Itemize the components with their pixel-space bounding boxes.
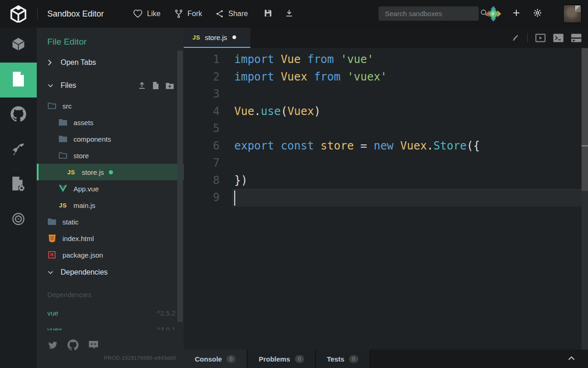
share-icon <box>215 9 224 19</box>
editor-scrollbar-thumb[interactable] <box>582 48 588 191</box>
code-line-5 <box>234 120 579 138</box>
panel-expand-button[interactable] <box>568 355 575 362</box>
tree-item-label: static <box>62 218 79 226</box>
search-input[interactable] <box>379 10 480 17</box>
chevron-down-icon <box>48 270 53 275</box>
tree-folder-store[interactable]: store <box>37 147 184 164</box>
save-button[interactable] <box>264 0 272 28</box>
panel-tab-tests[interactable]: Tests0 <box>316 350 370 368</box>
download-button[interactable] <box>285 0 294 28</box>
user-avatar[interactable] <box>563 5 582 23</box>
code-line-2: import Vuex from 'vuex' <box>234 69 579 86</box>
code-content: import Vue from 'vue'import Vuex from 'v… <box>234 51 579 207</box>
line-numbers: 123456789 <box>184 51 220 207</box>
tree-folder-static[interactable]: static <box>37 213 184 230</box>
tree-folder-assets[interactable]: assets <box>37 114 184 131</box>
rail-item-file-explorer[interactable] <box>0 63 37 98</box>
new-sandbox-button[interactable] <box>512 0 521 28</box>
code-line-8: }) <box>234 172 579 190</box>
folder-open-icon <box>47 103 57 109</box>
panel-tab-label: Console <box>195 355 222 363</box>
dependency-version: ^2.5.2 <box>157 309 175 317</box>
upload-file-icon[interactable] <box>138 82 146 89</box>
text-cursor <box>234 190 235 206</box>
sidebar-title: File Editor <box>47 37 87 47</box>
sandbox-config-icon <box>11 177 25 193</box>
panel-tab-console[interactable]: Console0 <box>184 350 248 368</box>
heart-icon <box>133 9 143 19</box>
editor-scrollbar-track[interactable] <box>582 48 588 350</box>
dependencies-sub-label: Dependencies <box>47 291 91 299</box>
panel-tab-problems[interactable]: Problems0 <box>248 350 316 368</box>
rail-item-live-broadcast[interactable] <box>0 202 37 237</box>
rail-item-github[interactable] <box>0 98 37 132</box>
folder-open-icon <box>58 152 68 159</box>
tree-item-label: package.json <box>62 251 103 259</box>
code-editor[interactable]: 123456789 import Vue from 'vue'import Vu… <box>184 48 588 350</box>
code-line-9 <box>234 189 579 207</box>
codesandbox-logo-icon[interactable] <box>10 5 27 23</box>
floppy-icon <box>264 9 272 19</box>
tree-item-label: App.vue <box>74 185 99 193</box>
dependencies-section[interactable]: Dependencies <box>37 266 184 279</box>
code-line-4: Vue.use(Vuex) <box>234 103 579 121</box>
header-divider <box>37 8 38 19</box>
rail-item-sandbox-config[interactable] <box>0 167 37 202</box>
plus-icon <box>512 8 521 19</box>
discord-icon[interactable] <box>88 340 99 350</box>
like-button[interactable]: Like <box>133 0 160 28</box>
vue-icon <box>58 185 68 192</box>
tree-folder-src[interactable]: src <box>37 98 184 114</box>
build-id-label: PROD-1529178686-e843dd9 <box>104 355 176 361</box>
patron-badge-icon[interactable] <box>485 0 502 28</box>
github-icon <box>11 106 26 124</box>
download-icon <box>285 9 294 19</box>
fork-button[interactable]: Fork <box>174 0 202 28</box>
tab-store-js[interactable]: JS store.js <box>184 28 250 48</box>
rail-item-project-cube[interactable] <box>0 28 37 63</box>
html-icon <box>47 235 57 242</box>
search-box <box>379 6 479 21</box>
console-view-icon[interactable] <box>553 34 564 42</box>
new-folder-icon[interactable] <box>166 82 174 89</box>
rail-item-deployment-rocket[interactable] <box>0 132 37 167</box>
panel-tab-label: Tests <box>327 355 345 363</box>
tree-file-package.json[interactable]: package.json <box>37 247 184 263</box>
bottom-panel-tabbar: Console0Problems0Tests0 <box>184 350 588 368</box>
dependency-name[interactable]: vue <box>47 309 58 317</box>
tree-file-App.vue[interactable]: App.vue <box>37 180 184 197</box>
npm-icon <box>47 251 57 259</box>
top-header: Sandbox Editor Like Fork Share <box>0 0 588 28</box>
project-cube-icon <box>11 36 26 54</box>
github-icon[interactable] <box>68 339 79 351</box>
tree-file-main.js[interactable]: JSmain.js <box>37 197 184 213</box>
sidebar-scrollbar[interactable] <box>177 51 183 322</box>
tree-item-label: main.js <box>74 201 96 209</box>
page-title: Sandbox Editor <box>47 0 104 28</box>
unsaved-dot-icon <box>232 35 236 39</box>
settings-button[interactable] <box>533 0 542 28</box>
editor-region: JS store.js <box>184 28 588 368</box>
panel-tab-count-badge: 0 <box>349 355 358 363</box>
activity-rail <box>0 28 37 368</box>
browser-preview-icon[interactable] <box>535 34 546 42</box>
panel-tab-label: Problems <box>259 355 290 363</box>
twitter-icon[interactable] <box>47 340 58 350</box>
files-section[interactable]: Files <box>37 79 184 92</box>
tree-item-label: src <box>62 102 72 110</box>
split-layout-icon[interactable] <box>571 34 582 42</box>
gear-icon <box>533 8 542 19</box>
share-button[interactable]: Share <box>215 0 248 28</box>
tab-label: store.js <box>205 34 227 41</box>
tree-file-index.html[interactable]: index.html <box>37 230 184 247</box>
new-file-icon[interactable] <box>153 82 159 89</box>
open-tabs-section[interactable]: Open Tabs <box>37 56 184 69</box>
tree-file-store.js[interactable]: JSstore.js <box>37 164 184 180</box>
tree-folder-components[interactable]: components <box>37 131 184 147</box>
file-tree: srcassetscomponentsstoreJSstore.jsApp.vu… <box>37 98 184 263</box>
folder-icon <box>58 136 68 142</box>
code-line-3 <box>234 86 579 103</box>
prettify-brush-icon[interactable] <box>511 33 520 42</box>
tree-item-label: components <box>74 135 111 143</box>
live-broadcast-icon <box>11 212 26 228</box>
